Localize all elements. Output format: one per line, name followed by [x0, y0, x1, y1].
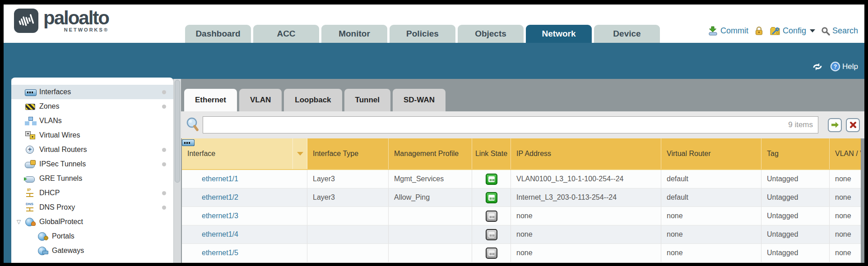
sidebar-item-dns-proxy[interactable]: DNS Proxy — [11, 200, 173, 215]
ethernet-port-icon — [187, 175, 199, 183]
tab-objects[interactable]: Objects — [458, 25, 524, 43]
column-header-ip-address[interactable]: IP Address — [511, 138, 661, 169]
table-body: ethernet1/1Layer3Mgmt_ServicesVLAN0100_L… — [182, 170, 861, 262]
tab-monitor[interactable]: Monitor — [321, 25, 387, 43]
interface-link[interactable]: ethernet1/1 — [187, 175, 238, 183]
sidebar-item-globalprotect[interactable]: ▽GlobalProtect — [11, 215, 173, 229]
ethernet-port-icon — [187, 212, 199, 220]
refresh-icon — [812, 62, 823, 71]
link-state-up-icon — [486, 192, 497, 203]
sidebar-item-label: Virtual Routers — [39, 146, 87, 154]
interface-link[interactable]: ethernet1/5 — [187, 249, 238, 257]
tab-device[interactable]: Device — [594, 25, 660, 43]
table-row[interactable]: ethernet1/4nonenoneUntaggednone — [182, 225, 861, 244]
sidebar-item-virtual-routers[interactable]: Virtual Routers — [11, 142, 173, 157]
filter-input[interactable] — [203, 116, 818, 133]
apply-filter-button[interactable] — [828, 118, 842, 132]
interface-name: ethernet1/5 — [202, 249, 238, 257]
cell-vlan-virtual-wire: none — [830, 188, 861, 206]
help-button[interactable]: ? Help — [830, 61, 858, 72]
column-header-interface-type[interactable]: Interface Type — [307, 138, 389, 169]
brand-name: paloalto — [43, 8, 109, 28]
search-label: Search — [832, 26, 858, 36]
paloalto-logo-icon — [14, 8, 39, 33]
cell-tag: Untagged — [761, 244, 830, 262]
interfaces-table: InterfaceInterface TypeManagement Profil… — [182, 138, 861, 263]
zones-icon — [25, 102, 36, 110]
commit-button[interactable]: Commit — [708, 26, 748, 36]
column-header-tag[interactable]: Tag — [761, 138, 830, 169]
cell-ip-address: Internet_L3_203-0-113-254--24 — [511, 188, 661, 206]
tab-acc[interactable]: ACC — [253, 25, 319, 43]
status-dot — [162, 191, 166, 195]
portals-icon — [37, 232, 48, 240]
cell-management-profile: Mgmt_Services — [389, 170, 472, 188]
search-button[interactable]: Search — [821, 26, 858, 36]
clear-filter-button[interactable] — [846, 118, 860, 132]
sort-menu-cell[interactable] — [293, 138, 307, 169]
cell-interface-type — [307, 244, 389, 262]
tab-loopback[interactable]: Loopback — [284, 89, 342, 111]
lock-button[interactable] — [754, 26, 764, 36]
interface-name: ethernet1/3 — [202, 212, 238, 220]
tab-tunnel[interactable]: Tunnel — [344, 89, 390, 111]
vlans-icon — [25, 117, 36, 125]
refresh-button[interactable] — [812, 62, 823, 71]
paloalto-logo: paloalto NETWORKS® — [14, 8, 109, 33]
chevron-down-icon — [810, 29, 815, 32]
teal-toolbar: ? Help — [4, 43, 864, 79]
commit-label: Commit — [720, 26, 748, 36]
interfaces-icon — [25, 88, 36, 96]
interface-link[interactable]: ethernet1/3 — [187, 212, 238, 220]
scrollbar-thumb[interactable] — [175, 80, 180, 183]
cell-interface: ethernet1/1 — [182, 170, 307, 188]
sidebar-item-label: DHCP — [39, 189, 60, 197]
sidebar-item-gateways[interactable]: Gateways — [11, 243, 173, 258]
expander-icon[interactable]: ▽ — [17, 219, 25, 225]
tab-vlan[interactable]: VLAN — [239, 89, 282, 111]
sidebar-item-ipsec-tunnels[interactable]: IPSec Tunnels — [11, 157, 173, 171]
table-row[interactable]: ethernet1/3nonenoneUntaggednone — [182, 207, 861, 225]
sidebar-item-label: Virtual Wires — [39, 131, 80, 139]
tab-dashboard[interactable]: Dashboard — [185, 25, 251, 43]
table-row[interactable]: ethernet1/5nonenoneUntaggednone — [182, 244, 861, 262]
config-menu[interactable]: Config — [770, 26, 815, 36]
tab-policies[interactable]: Policies — [390, 25, 455, 43]
config-label: Config — [783, 26, 806, 36]
cell-virtual-router: none — [661, 244, 761, 262]
cell-interface: ethernet1/2 — [182, 188, 307, 206]
sidebar-item-label: IPSec Tunnels — [39, 160, 86, 168]
cell-virtual-router: none — [661, 207, 761, 225]
sidebar-item-gre-tunnels[interactable]: GRE Tunnels — [11, 171, 173, 186]
sidebar-item-interfaces[interactable]: Interfaces — [11, 85, 173, 99]
lock-icon — [754, 26, 764, 36]
column-header-interface[interactable]: Interface — [182, 138, 293, 169]
sidebar-item-vlans[interactable]: VLANs — [11, 114, 173, 128]
filter-search-icon[interactable] — [185, 117, 200, 133]
interface-link[interactable]: ethernet1/4 — [187, 230, 238, 238]
cell-tag: Untagged — [761, 225, 830, 243]
column-header-link-state[interactable]: Link State — [472, 138, 511, 169]
sidebar-scrollbar[interactable] — [173, 79, 181, 263]
link-state-down-icon — [486, 229, 497, 240]
sidebar-item-zones[interactable]: Zones — [11, 99, 173, 114]
link-state-up-icon — [486, 174, 497, 185]
cell-interface: ethernet1/4 — [182, 225, 307, 243]
column-header-virtual-router[interactable]: Virtual Router — [661, 138, 761, 169]
table-row[interactable]: ethernet1/1Layer3Mgmt_ServicesVLAN0100_L… — [182, 170, 861, 188]
sidebar-item-label: Portals — [52, 232, 74, 240]
ethernet-port-icon — [187, 194, 199, 201]
table-row[interactable]: ethernet1/2Layer3Allow_PingInternet_L3_2… — [182, 188, 861, 207]
virtual-wires-icon — [25, 131, 36, 139]
column-header-vlan-virtual-wire[interactable]: VLAN / Virtual Wire — [830, 138, 861, 169]
tab-ethernet[interactable]: Ethernet — [184, 89, 237, 111]
column-header-management-profile[interactable]: Management Profile — [389, 138, 472, 169]
interface-link[interactable]: ethernet1/2 — [187, 193, 238, 202]
sidebar-item-dhcp[interactable]: DHCP — [11, 186, 173, 200]
tab-network[interactable]: Network — [526, 25, 592, 43]
help-label: Help — [842, 62, 858, 71]
sidebar-item-virtual-wires[interactable]: Virtual Wires — [11, 128, 173, 142]
sidebar-item-portals[interactable]: Portals — [11, 229, 173, 243]
tab-sd-wan[interactable]: SD-WAN — [393, 89, 446, 111]
cell-interface: ethernet1/5 — [182, 244, 307, 262]
